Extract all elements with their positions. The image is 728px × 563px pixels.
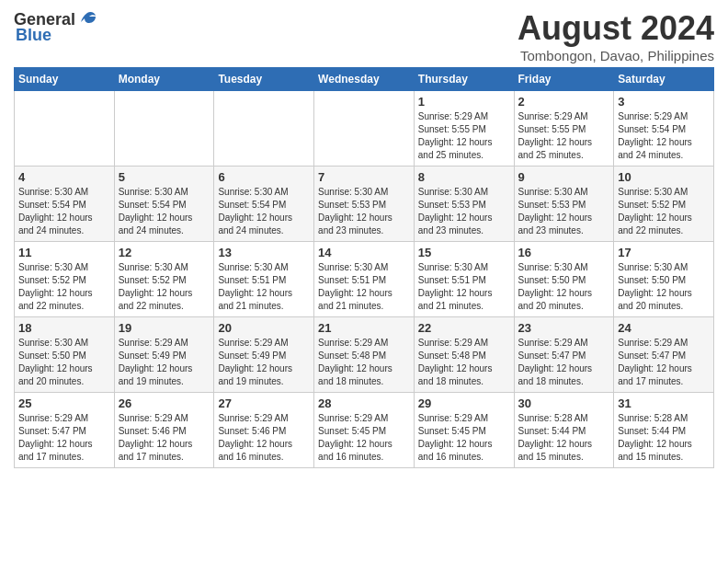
calendar-cell: 18Sunrise: 5:30 AM Sunset: 5:50 PM Dayli… (15, 317, 115, 393)
calendar-cell (15, 91, 115, 167)
day-number: 3 (618, 95, 710, 109)
calendar-cell: 17Sunrise: 5:30 AM Sunset: 5:50 PM Dayli… (614, 242, 714, 317)
calendar-week-row: 25Sunrise: 5:29 AM Sunset: 5:47 PM Dayli… (15, 393, 714, 468)
day-number: 7 (318, 170, 410, 184)
calendar-week-row: 18Sunrise: 5:30 AM Sunset: 5:50 PM Dayli… (15, 317, 714, 393)
calendar-cell: 16Sunrise: 5:30 AM Sunset: 5:50 PM Dayli… (514, 242, 614, 317)
day-number: 10 (618, 170, 710, 184)
day-number: 9 (518, 170, 610, 184)
day-number: 27 (218, 396, 310, 410)
day-number: 29 (418, 396, 510, 410)
calendar-week-row: 11Sunrise: 5:30 AM Sunset: 5:52 PM Dayli… (15, 242, 714, 317)
weekday-header-saturday: Saturday (614, 68, 714, 91)
day-number: 16 (518, 246, 610, 259)
calendar-cell: 15Sunrise: 5:30 AM Sunset: 5:51 PM Dayli… (414, 242, 514, 317)
day-info: Sunrise: 5:30 AM Sunset: 5:53 PM Dayligh… (418, 186, 510, 237)
day-number: 12 (119, 246, 210, 259)
calendar-week-row: 1Sunrise: 5:29 AM Sunset: 5:55 PM Daylig… (15, 91, 714, 167)
calendar-cell: 26Sunrise: 5:29 AM Sunset: 5:46 PM Dayli… (114, 393, 214, 468)
day-number: 28 (318, 396, 410, 410)
logo: General Blue (14, 9, 97, 45)
day-info: Sunrise: 5:29 AM Sunset: 5:46 PM Dayligh… (218, 412, 310, 464)
calendar-week-row: 4Sunrise: 5:30 AM Sunset: 5:54 PM Daylig… (15, 167, 714, 242)
day-info: Sunrise: 5:29 AM Sunset: 5:55 PM Dayligh… (418, 110, 510, 162)
calendar-cell: 20Sunrise: 5:29 AM Sunset: 5:49 PM Dayli… (214, 317, 314, 393)
day-number: 14 (318, 246, 410, 259)
day-number: 31 (618, 396, 710, 410)
day-info: Sunrise: 5:30 AM Sunset: 5:50 PM Dayligh… (518, 261, 610, 313)
day-info: Sunrise: 5:30 AM Sunset: 5:50 PM Dayligh… (618, 261, 710, 313)
calendar-cell: 29Sunrise: 5:29 AM Sunset: 5:45 PM Dayli… (414, 393, 514, 468)
day-info: Sunrise: 5:29 AM Sunset: 5:48 PM Dayligh… (418, 337, 510, 388)
day-number: 2 (518, 95, 610, 109)
calendar-cell: 19Sunrise: 5:29 AM Sunset: 5:49 PM Dayli… (114, 317, 214, 393)
day-info: Sunrise: 5:29 AM Sunset: 5:47 PM Dayligh… (18, 412, 110, 464)
day-info: Sunrise: 5:30 AM Sunset: 5:52 PM Dayligh… (18, 261, 110, 313)
day-info: Sunrise: 5:30 AM Sunset: 5:51 PM Dayligh… (318, 261, 410, 313)
calendar-cell: 27Sunrise: 5:29 AM Sunset: 5:46 PM Dayli… (214, 393, 314, 468)
day-info: Sunrise: 5:30 AM Sunset: 5:50 PM Dayligh… (18, 337, 110, 388)
day-info: Sunrise: 5:28 AM Sunset: 5:44 PM Dayligh… (518, 412, 610, 464)
calendar-cell (114, 91, 214, 167)
day-number: 23 (518, 321, 610, 335)
day-info: Sunrise: 5:30 AM Sunset: 5:51 PM Dayligh… (418, 261, 510, 313)
day-info: Sunrise: 5:29 AM Sunset: 5:49 PM Dayligh… (119, 337, 210, 388)
calendar-cell: 24Sunrise: 5:29 AM Sunset: 5:47 PM Dayli… (614, 317, 714, 393)
calendar-cell: 8Sunrise: 5:30 AM Sunset: 5:53 PM Daylig… (414, 167, 514, 242)
calendar-cell (214, 91, 314, 167)
day-info: Sunrise: 5:29 AM Sunset: 5:45 PM Dayligh… (318, 412, 410, 464)
calendar-subtitle: Tombongon, Davao, Philippines (518, 48, 714, 63)
calendar-cell: 9Sunrise: 5:30 AM Sunset: 5:53 PM Daylig… (514, 167, 614, 242)
calendar-cell: 28Sunrise: 5:29 AM Sunset: 5:45 PM Dayli… (314, 393, 415, 468)
day-number: 19 (119, 321, 210, 335)
day-number: 1 (418, 95, 510, 109)
calendar-cell: 10Sunrise: 5:30 AM Sunset: 5:52 PM Dayli… (614, 167, 714, 242)
day-number: 22 (418, 321, 510, 335)
calendar-cell: 7Sunrise: 5:30 AM Sunset: 5:53 PM Daylig… (314, 167, 415, 242)
day-info: Sunrise: 5:30 AM Sunset: 5:54 PM Dayligh… (18, 186, 110, 237)
calendar-cell: 22Sunrise: 5:29 AM Sunset: 5:48 PM Dayli… (414, 317, 514, 393)
day-number: 6 (218, 170, 310, 184)
calendar-cell: 1Sunrise: 5:29 AM Sunset: 5:55 PM Daylig… (414, 91, 514, 167)
day-number: 15 (418, 246, 510, 259)
title-area: August 2024 Tombongon, Davao, Philippine… (518, 9, 714, 63)
day-info: Sunrise: 5:30 AM Sunset: 5:54 PM Dayligh… (119, 186, 210, 237)
day-info: Sunrise: 5:29 AM Sunset: 5:45 PM Dayligh… (418, 412, 510, 464)
day-info: Sunrise: 5:30 AM Sunset: 5:51 PM Dayligh… (218, 261, 310, 313)
day-info: Sunrise: 5:29 AM Sunset: 5:54 PM Dayligh… (618, 110, 710, 162)
day-info: Sunrise: 5:29 AM Sunset: 5:48 PM Dayligh… (318, 337, 410, 388)
calendar-cell: 11Sunrise: 5:30 AM Sunset: 5:52 PM Dayli… (15, 242, 115, 317)
calendar-table: SundayMondayTuesdayWednesdayThursdayFrid… (14, 67, 714, 468)
calendar-cell: 13Sunrise: 5:30 AM Sunset: 5:51 PM Dayli… (214, 242, 314, 317)
day-info: Sunrise: 5:29 AM Sunset: 5:47 PM Dayligh… (518, 337, 610, 388)
calendar-cell: 23Sunrise: 5:29 AM Sunset: 5:47 PM Dayli… (514, 317, 614, 393)
calendar-cell: 4Sunrise: 5:30 AM Sunset: 5:54 PM Daylig… (15, 167, 115, 242)
day-info: Sunrise: 5:29 AM Sunset: 5:47 PM Dayligh… (618, 337, 710, 388)
page-header: General Blue August 2024 Tombongon, Dava… (14, 9, 714, 63)
day-number: 11 (18, 246, 110, 259)
day-number: 8 (418, 170, 510, 184)
calendar-cell: 6Sunrise: 5:30 AM Sunset: 5:54 PM Daylig… (214, 167, 314, 242)
day-number: 5 (119, 170, 210, 184)
day-info: Sunrise: 5:29 AM Sunset: 5:55 PM Dayligh… (518, 110, 610, 162)
day-info: Sunrise: 5:29 AM Sunset: 5:46 PM Dayligh… (119, 412, 210, 464)
day-info: Sunrise: 5:30 AM Sunset: 5:54 PM Dayligh… (218, 186, 310, 237)
calendar-cell: 5Sunrise: 5:30 AM Sunset: 5:54 PM Daylig… (114, 167, 214, 242)
day-number: 21 (318, 321, 410, 335)
weekday-header-wednesday: Wednesday (314, 68, 415, 91)
calendar-cell: 30Sunrise: 5:28 AM Sunset: 5:44 PM Dayli… (514, 393, 614, 468)
day-info: Sunrise: 5:30 AM Sunset: 5:52 PM Dayligh… (119, 261, 210, 313)
day-number: 13 (218, 246, 310, 259)
calendar-cell: 14Sunrise: 5:30 AM Sunset: 5:51 PM Dayli… (314, 242, 415, 317)
day-number: 4 (18, 170, 110, 184)
day-number: 25 (18, 396, 110, 410)
calendar-cell: 12Sunrise: 5:30 AM Sunset: 5:52 PM Dayli… (114, 242, 214, 317)
day-number: 26 (119, 396, 210, 410)
day-number: 20 (218, 321, 310, 335)
calendar-cell: 25Sunrise: 5:29 AM Sunset: 5:47 PM Dayli… (15, 393, 115, 468)
calendar-cell: 21Sunrise: 5:29 AM Sunset: 5:48 PM Dayli… (314, 317, 415, 393)
weekday-header-thursday: Thursday (414, 68, 514, 91)
day-info: Sunrise: 5:29 AM Sunset: 5:49 PM Dayligh… (218, 337, 310, 388)
logo-blue-text: Blue (16, 26, 51, 45)
weekday-header-tuesday: Tuesday (214, 68, 314, 91)
